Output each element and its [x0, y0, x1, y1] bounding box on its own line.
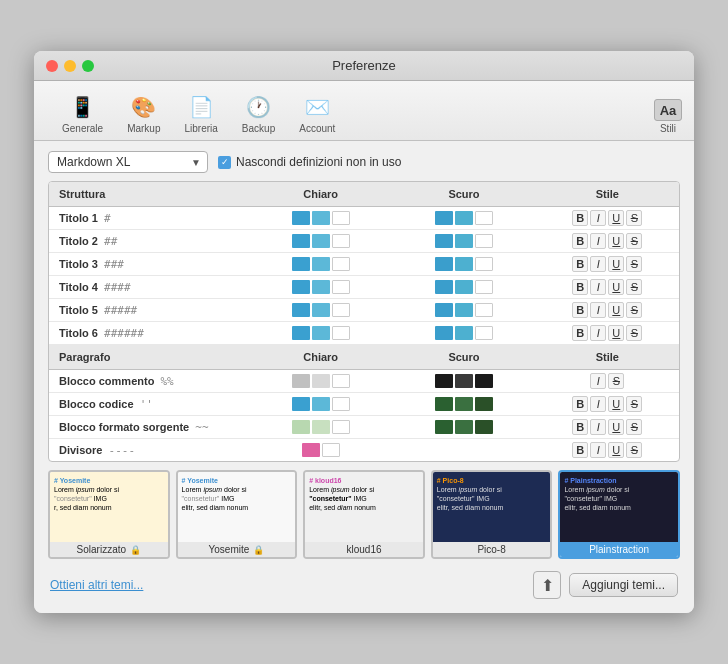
- italic-button[interactable]: I: [590, 279, 606, 295]
- strikethrough-button[interactable]: S: [608, 373, 624, 389]
- underline-button[interactable]: U: [608, 419, 624, 435]
- theme-label: Yosemite 🔒: [178, 542, 296, 557]
- underline-button[interactable]: U: [608, 233, 624, 249]
- bold-button[interactable]: B: [572, 279, 588, 295]
- italic-button[interactable]: I: [590, 302, 606, 318]
- row-stile[interactable]: BIUS: [536, 416, 679, 438]
- underline-button[interactable]: U: [608, 210, 624, 226]
- strikethrough-button[interactable]: S: [626, 279, 642, 295]
- row-stile[interactable]: BIUS: [536, 393, 679, 415]
- themes-row: # Yosemite Lorem ipsum dolor si "consete…: [48, 470, 680, 559]
- row-chiaro: [249, 231, 392, 251]
- bold-button[interactable]: B: [572, 210, 588, 226]
- maximize-button[interactable]: [82, 60, 94, 72]
- get-more-themes-link[interactable]: Ottieni altri temi...: [50, 578, 143, 592]
- theme-preview: # Pico-8 Lorem ipsum dolor si "consetetu…: [433, 472, 551, 542]
- hide-unused-checkbox-row[interactable]: ✓ Nascondi definizioni non in uso: [218, 155, 401, 169]
- row-label: Blocco commento %%: [49, 372, 249, 391]
- traffic-lights: [46, 60, 94, 72]
- phone-icon: 📱: [69, 93, 97, 121]
- strikethrough-button[interactable]: S: [626, 325, 642, 341]
- row-stile[interactable]: BIUS: [536, 207, 679, 229]
- top-controls: Markdown XL ▼ ✓ Nascondi definizioni non…: [48, 151, 680, 173]
- bold-button[interactable]: B: [572, 442, 588, 458]
- col-stile2: Stile: [536, 349, 679, 365]
- bold-button[interactable]: B: [572, 419, 588, 435]
- add-themes-button[interactable]: Aggiungi temi...: [569, 573, 678, 597]
- lock-icon: 🔒: [253, 545, 264, 555]
- row-stile[interactable]: BIUS: [536, 276, 679, 298]
- underline-button[interactable]: U: [608, 442, 624, 458]
- row-stile[interactable]: BIUS: [536, 253, 679, 275]
- account-label: Account: [299, 123, 335, 134]
- theme-preview: # Plainstraction Lorem ipsum dolor si "c…: [560, 472, 678, 542]
- minimize-button[interactable]: [64, 60, 76, 72]
- theme-label: Plainstraction: [560, 542, 678, 557]
- strikethrough-button[interactable]: S: [626, 419, 642, 435]
- strikethrough-button[interactable]: S: [626, 233, 642, 249]
- theme-card-solarizzato[interactable]: # Yosemite Lorem ipsum dolor si "consete…: [48, 470, 170, 559]
- stili-button[interactable]: Aa Stili: [654, 99, 682, 134]
- row-label: Titolo 2 ##: [49, 232, 249, 251]
- checkbox-icon: ✓: [218, 156, 231, 169]
- theme-card-pico8[interactable]: # Pico-8 Lorem ipsum dolor si "consetetu…: [431, 470, 553, 559]
- row-label: Blocco formato sorgente ~~: [49, 418, 249, 437]
- sidebar-item-libreria[interactable]: 📄 Libreria: [173, 89, 230, 140]
- theme-card-kloud16[interactable]: # kloud16 Lorem ipsum dolor si "consetet…: [303, 470, 425, 559]
- libreria-label: Libreria: [185, 123, 218, 134]
- section2-header: Paragrafo Chiaro Scuro Stile: [49, 345, 679, 370]
- strikethrough-button[interactable]: S: [626, 210, 642, 226]
- row-stile[interactable]: BIUS: [536, 230, 679, 252]
- row-scuro: [392, 300, 535, 320]
- sidebar-item-backup[interactable]: 🕐 Backup: [230, 89, 287, 140]
- italic-button[interactable]: I: [590, 442, 606, 458]
- italic-button[interactable]: I: [590, 210, 606, 226]
- italic-button[interactable]: I: [590, 419, 606, 435]
- row-stile[interactable]: BIUS: [536, 299, 679, 321]
- strikethrough-button[interactable]: S: [626, 442, 642, 458]
- share-button[interactable]: ⬆: [533, 571, 561, 599]
- sidebar-item-markup[interactable]: 🎨 Markup: [115, 89, 172, 140]
- sidebar-item-account[interactable]: ✉️ Account: [287, 89, 347, 140]
- underline-button[interactable]: U: [608, 279, 624, 295]
- generale-label: Generale: [62, 123, 103, 134]
- italic-button[interactable]: I: [590, 256, 606, 272]
- theme-card-yosemite[interactable]: # Yosemite Lorem ipsum dolor si "consete…: [176, 470, 298, 559]
- row-label: Titolo 3 ###: [49, 255, 249, 274]
- underline-button[interactable]: U: [608, 256, 624, 272]
- bold-button[interactable]: B: [572, 233, 588, 249]
- bold-button[interactable]: B: [572, 302, 588, 318]
- row-label: Titolo 4 ####: [49, 278, 249, 297]
- strikethrough-button[interactable]: S: [626, 396, 642, 412]
- italic-button[interactable]: I: [590, 396, 606, 412]
- table-row: Titolo 3 ### BIUS: [49, 253, 679, 276]
- underline-button[interactable]: U: [608, 302, 624, 318]
- bottom-bar: Ottieni altri temi... ⬆ Aggiungi temi...: [48, 567, 680, 603]
- row-label: Blocco codice '': [49, 395, 249, 414]
- theme-dropdown[interactable]: Markdown XL ▼: [48, 151, 208, 173]
- strikethrough-button[interactable]: S: [626, 302, 642, 318]
- underline-button[interactable]: U: [608, 396, 624, 412]
- italic-button[interactable]: I: [590, 233, 606, 249]
- italic-button[interactable]: I: [590, 373, 606, 389]
- row-stile[interactable]: IS: [536, 370, 679, 392]
- bold-button[interactable]: B: [572, 256, 588, 272]
- row-stile[interactable]: BIUS: [536, 322, 679, 344]
- dropdown-value: Markdown XL: [57, 155, 130, 169]
- row-stile[interactable]: BIUS: [536, 439, 679, 461]
- row-scuro: [392, 447, 535, 453]
- bold-button[interactable]: B: [572, 396, 588, 412]
- bold-button[interactable]: B: [572, 325, 588, 341]
- theme-preview: # Yosemite Lorem ipsum dolor si "consete…: [50, 472, 168, 542]
- row-label: Titolo 1 #: [49, 209, 249, 228]
- table-row: Titolo 2 ## BIUS: [49, 230, 679, 253]
- underline-button[interactable]: U: [608, 325, 624, 341]
- italic-button[interactable]: I: [590, 325, 606, 341]
- close-button[interactable]: [46, 60, 58, 72]
- table-row: Blocco commento %% IS: [49, 370, 679, 393]
- strikethrough-button[interactable]: S: [626, 256, 642, 272]
- sidebar-item-generale[interactable]: 📱 Generale: [50, 89, 115, 140]
- theme-card-plainstraction[interactable]: # Plainstraction Lorem ipsum dolor si "c…: [558, 470, 680, 559]
- theme-preview: # kloud16 Lorem ipsum dolor si "consetet…: [305, 472, 423, 542]
- table-header-row: Struttura Chiaro Scuro Stile: [49, 182, 679, 207]
